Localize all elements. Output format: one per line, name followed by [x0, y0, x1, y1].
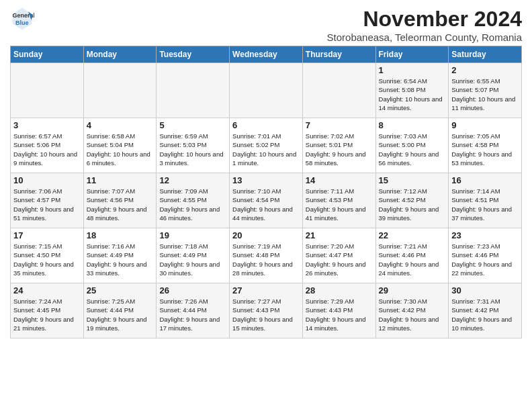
page: General Blue November 2024 Storobaneasa,…	[0, 0, 532, 345]
day-number: 24	[13, 285, 81, 295]
header: General Blue November 2024 Storobaneasa,…	[10, 7, 522, 43]
calendar-cell: 26Sunrise: 7:26 AM Sunset: 4:44 PM Dayli…	[157, 283, 230, 338]
day-info: Sunrise: 7:20 AM Sunset: 4:47 PM Dayligh…	[306, 242, 373, 277]
day-info: Sunrise: 7:10 AM Sunset: 4:54 PM Dayligh…	[232, 187, 300, 222]
day-info: Sunrise: 7:14 AM Sunset: 4:51 PM Dayligh…	[451, 187, 519, 222]
calendar-cell: 24Sunrise: 7:24 AM Sunset: 4:45 PM Dayli…	[11, 283, 84, 338]
calendar-row-0: 1Sunrise: 6:54 AM Sunset: 5:08 PM Daylig…	[11, 63, 522, 118]
col-saturday: Saturday	[449, 46, 522, 63]
day-info: Sunrise: 7:25 AM Sunset: 4:44 PM Dayligh…	[87, 297, 154, 332]
calendar-cell: 10Sunrise: 7:06 AM Sunset: 4:57 PM Dayli…	[11, 173, 84, 228]
calendar-body: 1Sunrise: 6:54 AM Sunset: 5:08 PM Daylig…	[11, 63, 522, 338]
calendar-cell: 17Sunrise: 7:15 AM Sunset: 4:50 PM Dayli…	[11, 228, 84, 283]
day-number: 15	[379, 175, 446, 185]
day-number: 30	[451, 285, 519, 295]
main-title: November 2024	[327, 7, 522, 32]
calendar-header: Sunday Monday Tuesday Wednesday Thursday…	[11, 46, 522, 63]
day-info: Sunrise: 7:30 AM Sunset: 4:42 PM Dayligh…	[379, 297, 446, 332]
day-info: Sunrise: 6:57 AM Sunset: 5:06 PM Dayligh…	[13, 132, 81, 167]
calendar-cell: 6Sunrise: 7:01 AM Sunset: 5:02 PM Daylig…	[230, 118, 303, 173]
calendar-cell: 9Sunrise: 7:05 AM Sunset: 4:58 PM Daylig…	[449, 118, 522, 173]
day-info: Sunrise: 6:59 AM Sunset: 5:03 PM Dayligh…	[159, 132, 226, 167]
calendar-cell: 20Sunrise: 7:19 AM Sunset: 4:48 PM Dayli…	[230, 228, 303, 283]
subtitle: Storobaneasa, Teleorman County, Romania	[327, 32, 522, 43]
calendar-cell: 27Sunrise: 7:27 AM Sunset: 4:43 PM Dayli…	[230, 283, 303, 338]
calendar-cell	[157, 63, 230, 118]
calendar-cell: 22Sunrise: 7:21 AM Sunset: 4:46 PM Dayli…	[375, 228, 449, 283]
day-info: Sunrise: 7:06 AM Sunset: 4:57 PM Dayligh…	[13, 187, 81, 222]
day-number: 25	[87, 285, 154, 295]
calendar-cell: 29Sunrise: 7:30 AM Sunset: 4:42 PM Dayli…	[375, 283, 449, 338]
day-info: Sunrise: 7:09 AM Sunset: 4:55 PM Dayligh…	[159, 187, 226, 222]
day-number: 19	[159, 230, 226, 240]
calendar-row-1: 3Sunrise: 6:57 AM Sunset: 5:06 PM Daylig…	[11, 118, 522, 173]
day-info: Sunrise: 7:16 AM Sunset: 4:49 PM Dayligh…	[87, 242, 154, 277]
day-number: 27	[232, 285, 300, 295]
calendar-cell: 19Sunrise: 7:18 AM Sunset: 4:49 PM Dayli…	[157, 228, 230, 283]
day-info: Sunrise: 7:02 AM Sunset: 5:01 PM Dayligh…	[306, 132, 373, 167]
day-number: 22	[379, 230, 446, 240]
day-info: Sunrise: 7:26 AM Sunset: 4:44 PM Dayligh…	[159, 297, 226, 332]
calendar-row-3: 17Sunrise: 7:15 AM Sunset: 4:50 PM Dayli…	[11, 228, 522, 283]
calendar-cell	[83, 63, 157, 118]
day-info: Sunrise: 7:15 AM Sunset: 4:50 PM Dayligh…	[13, 242, 81, 277]
calendar-cell: 15Sunrise: 7:12 AM Sunset: 4:52 PM Dayli…	[375, 173, 449, 228]
calendar-cell: 14Sunrise: 7:11 AM Sunset: 4:53 PM Dayli…	[302, 173, 375, 228]
day-number: 5	[159, 120, 226, 130]
day-info: Sunrise: 7:21 AM Sunset: 4:46 PM Dayligh…	[379, 242, 446, 277]
day-info: Sunrise: 7:24 AM Sunset: 4:45 PM Dayligh…	[13, 297, 81, 332]
calendar-cell: 12Sunrise: 7:09 AM Sunset: 4:55 PM Dayli…	[157, 173, 230, 228]
col-monday: Monday	[83, 46, 157, 63]
day-number: 20	[232, 230, 300, 240]
calendar-cell: 30Sunrise: 7:31 AM Sunset: 4:42 PM Dayli…	[449, 283, 522, 338]
day-number: 6	[232, 120, 300, 130]
calendar-cell: 4Sunrise: 6:58 AM Sunset: 5:04 PM Daylig…	[83, 118, 157, 173]
day-number: 29	[379, 285, 446, 295]
day-number: 12	[159, 175, 226, 185]
day-info: Sunrise: 7:05 AM Sunset: 4:58 PM Dayligh…	[451, 132, 519, 167]
calendar-cell: 3Sunrise: 6:57 AM Sunset: 5:06 PM Daylig…	[11, 118, 84, 173]
day-number: 8	[379, 120, 446, 130]
day-number: 14	[306, 175, 373, 185]
day-number: 4	[87, 120, 154, 130]
calendar-cell	[11, 63, 84, 118]
logo-icon: General Blue	[10, 7, 34, 31]
day-number: 18	[87, 230, 154, 240]
day-info: Sunrise: 6:54 AM Sunset: 5:08 PM Dayligh…	[379, 77, 446, 112]
day-number: 26	[159, 285, 226, 295]
col-thursday: Thursday	[302, 46, 375, 63]
calendar-cell: 11Sunrise: 7:07 AM Sunset: 4:56 PM Dayli…	[83, 173, 157, 228]
col-friday: Friday	[375, 46, 449, 63]
calendar-cell: 25Sunrise: 7:25 AM Sunset: 4:44 PM Dayli…	[83, 283, 157, 338]
calendar-cell: 16Sunrise: 7:14 AM Sunset: 4:51 PM Dayli…	[449, 173, 522, 228]
day-info: Sunrise: 7:19 AM Sunset: 4:48 PM Dayligh…	[232, 242, 300, 277]
day-info: Sunrise: 7:03 AM Sunset: 5:00 PM Dayligh…	[379, 132, 446, 167]
day-number: 11	[87, 175, 154, 185]
day-number: 9	[451, 120, 519, 130]
calendar-cell: 8Sunrise: 7:03 AM Sunset: 5:00 PM Daylig…	[375, 118, 449, 173]
day-number: 28	[306, 285, 373, 295]
day-info: Sunrise: 6:55 AM Sunset: 5:07 PM Dayligh…	[451, 77, 519, 112]
day-info: Sunrise: 7:18 AM Sunset: 4:49 PM Dayligh…	[159, 242, 226, 277]
day-number: 17	[13, 230, 81, 240]
calendar-cell: 18Sunrise: 7:16 AM Sunset: 4:49 PM Dayli…	[83, 228, 157, 283]
calendar-row-2: 10Sunrise: 7:06 AM Sunset: 4:57 PM Dayli…	[11, 173, 522, 228]
day-number: 3	[13, 120, 81, 130]
calendar-row-4: 24Sunrise: 7:24 AM Sunset: 4:45 PM Dayli…	[11, 283, 522, 338]
day-number: 16	[451, 175, 519, 185]
col-sunday: Sunday	[11, 46, 84, 63]
day-number: 13	[232, 175, 300, 185]
calendar-cell: 23Sunrise: 7:23 AM Sunset: 4:46 PM Dayli…	[449, 228, 522, 283]
svg-text:Blue: Blue	[15, 19, 29, 26]
col-tuesday: Tuesday	[157, 46, 230, 63]
calendar-cell	[302, 63, 375, 118]
day-number: 7	[306, 120, 373, 130]
calendar-cell: 21Sunrise: 7:20 AM Sunset: 4:47 PM Dayli…	[302, 228, 375, 283]
day-number: 21	[306, 230, 373, 240]
day-info: Sunrise: 6:58 AM Sunset: 5:04 PM Dayligh…	[87, 132, 154, 167]
calendar-cell	[230, 63, 303, 118]
calendar-table: Sunday Monday Tuesday Wednesday Thursday…	[10, 46, 522, 338]
day-info: Sunrise: 7:01 AM Sunset: 5:02 PM Dayligh…	[232, 132, 300, 167]
day-info: Sunrise: 7:27 AM Sunset: 4:43 PM Dayligh…	[232, 297, 300, 332]
col-wednesday: Wednesday	[230, 46, 303, 63]
